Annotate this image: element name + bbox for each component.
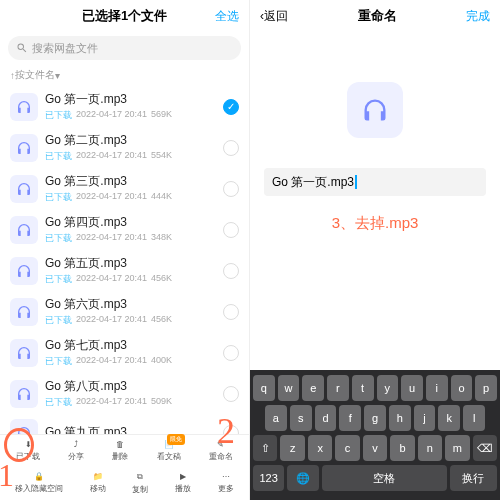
- page-title: 已选择1个文件: [82, 7, 167, 25]
- file-item[interactable]: Go 第二页.mp3 已下载2022-04-17 20:41554K: [8, 127, 241, 168]
- tool-label: 播放: [175, 483, 191, 494]
- tool-label: 看文稿: [157, 451, 181, 462]
- headphone-icon: [16, 222, 32, 238]
- search-placeholder: 搜索网盘文件: [32, 41, 98, 56]
- key-d[interactable]: d: [315, 405, 337, 431]
- text-cursor: [355, 175, 357, 189]
- checkbox[interactable]: [223, 345, 239, 361]
- tool-看文稿[interactable]: 限免 📄 看文稿: [157, 440, 181, 462]
- key-u[interactable]: u: [401, 375, 423, 401]
- key-e[interactable]: e: [302, 375, 324, 401]
- file-name: Go 第七页.mp3: [45, 337, 216, 354]
- key-s[interactable]: s: [290, 405, 312, 431]
- checkbox[interactable]: [223, 99, 239, 115]
- checkbox[interactable]: [223, 140, 239, 156]
- annotation-text-3: 3、去掉.mp3: [250, 214, 500, 233]
- key-j[interactable]: j: [414, 405, 436, 431]
- tool-icon: ⧉: [137, 472, 143, 482]
- key-g[interactable]: g: [364, 405, 386, 431]
- key-shift[interactable]: ⇧: [253, 435, 277, 461]
- key-h[interactable]: h: [389, 405, 411, 431]
- file-item[interactable]: Go 第三页.mp3 已下载2022-04-17 20:41444K: [8, 168, 241, 209]
- file-type-icon: [347, 82, 403, 138]
- key-k[interactable]: k: [438, 405, 460, 431]
- sort-dropdown[interactable]: ↑ 按文件名 ▾: [0, 64, 249, 86]
- key-123[interactable]: 123: [253, 465, 284, 491]
- header: 已选择1个文件 全选: [0, 0, 249, 32]
- key-a[interactable]: a: [265, 405, 287, 431]
- key-o[interactable]: o: [451, 375, 473, 401]
- rename-header: ‹返回 重命名 完成: [250, 0, 500, 32]
- key-q[interactable]: q: [253, 375, 275, 401]
- key-i[interactable]: i: [426, 375, 448, 401]
- audio-icon: [10, 380, 38, 408]
- file-list-pane: 已选择1个文件 全选 搜索网盘文件 ↑ 按文件名 ▾ Go 第一页.mp3 已下…: [0, 0, 250, 500]
- rename-input[interactable]: Go 第一页.mp3: [264, 168, 486, 196]
- file-item[interactable]: Go 第六页.mp3 已下载2022-04-17 20:41456K: [8, 291, 241, 332]
- done-button[interactable]: 完成: [466, 8, 490, 25]
- key-f[interactable]: f: [339, 405, 361, 431]
- search-input[interactable]: 搜索网盘文件: [8, 36, 241, 60]
- key-v[interactable]: v: [363, 435, 387, 461]
- checkbox[interactable]: [223, 181, 239, 197]
- back-button[interactable]: ‹返回: [260, 8, 288, 25]
- checkbox[interactable]: [223, 386, 239, 402]
- key-c[interactable]: c: [335, 435, 359, 461]
- tool-播放[interactable]: ▶ 播放: [175, 472, 191, 495]
- tool-移动[interactable]: 📁 移动: [90, 472, 106, 495]
- tool-label: 复制: [132, 484, 148, 495]
- tool-移入隐藏空间[interactable]: 🔒 移入隐藏空间: [15, 472, 63, 495]
- tool-复制[interactable]: ⧉ 复制: [132, 472, 148, 495]
- tool-icon: ▶: [180, 472, 186, 481]
- headphone-icon: [16, 263, 32, 279]
- key-x[interactable]: x: [308, 435, 332, 461]
- file-item[interactable]: Go 第一页.mp3 已下载2022-04-17 20:41569K: [8, 86, 241, 127]
- tool-label: 移动: [90, 483, 106, 494]
- key-t[interactable]: t: [352, 375, 374, 401]
- key-globe[interactable]: 🌐: [287, 465, 318, 491]
- select-all-button[interactable]: 全选: [215, 8, 239, 25]
- headphone-icon: [16, 140, 32, 156]
- headphone-icon: [16, 345, 32, 361]
- key-b[interactable]: b: [390, 435, 414, 461]
- badge: 限免: [167, 434, 185, 445]
- key-delete[interactable]: ⌫: [473, 435, 497, 461]
- checkbox[interactable]: [223, 222, 239, 238]
- key-r[interactable]: r: [327, 375, 349, 401]
- key-m[interactable]: m: [445, 435, 469, 461]
- audio-icon: [10, 298, 38, 326]
- tool-label: 分享: [68, 451, 84, 462]
- key-y[interactable]: y: [377, 375, 399, 401]
- tool-label: 移入隐藏空间: [15, 483, 63, 494]
- key-return[interactable]: 换行: [450, 465, 497, 491]
- headphone-icon: [16, 386, 32, 402]
- key-p[interactable]: p: [475, 375, 497, 401]
- search-icon: [16, 42, 28, 54]
- tool-分享[interactable]: ⤴ 分享: [68, 440, 84, 462]
- tool-删除[interactable]: 🗑 删除: [112, 440, 128, 462]
- tool-icon: ⋯: [222, 472, 230, 481]
- file-item[interactable]: Go 第四页.mp3 已下载2022-04-17 20:41348K: [8, 209, 241, 250]
- headphone-icon: [16, 304, 32, 320]
- audio-icon: [10, 93, 38, 121]
- tool-更多[interactable]: ⋯ 更多: [218, 472, 234, 495]
- file-name: Go 第三页.mp3: [45, 173, 216, 190]
- key-l[interactable]: l: [463, 405, 485, 431]
- tool-icon: 🗑: [116, 440, 124, 449]
- key-z[interactable]: z: [280, 435, 304, 461]
- filename-value: Go 第一页.mp3: [272, 174, 354, 191]
- checkbox[interactable]: [223, 304, 239, 320]
- file-name: Go 第四页.mp3: [45, 214, 216, 231]
- rename-pane: ‹返回 重命名 完成 Go 第一页.mp3 3、去掉.mp3 qwertyuio…: [250, 0, 500, 500]
- file-item[interactable]: Go 第八页.mp3 已下载2022-04-17 20:41509K: [8, 373, 241, 414]
- headphone-icon: [16, 99, 32, 115]
- file-name: Go 第五页.mp3: [45, 255, 216, 272]
- key-n[interactable]: n: [418, 435, 442, 461]
- key-w[interactable]: w: [278, 375, 300, 401]
- annotation-num-1: 1: [0, 457, 14, 494]
- file-item[interactable]: Go 第五页.mp3 已下载2022-04-17 20:41456K: [8, 250, 241, 291]
- file-item[interactable]: Go 第七页.mp3 已下载2022-04-17 20:41400K: [8, 332, 241, 373]
- key-space[interactable]: 空格: [322, 465, 447, 491]
- keyboard: qwertyuiop asdfghjkl ⇧zxcvbnm⌫ 123 🌐 空格 …: [250, 370, 500, 500]
- checkbox[interactable]: [223, 263, 239, 279]
